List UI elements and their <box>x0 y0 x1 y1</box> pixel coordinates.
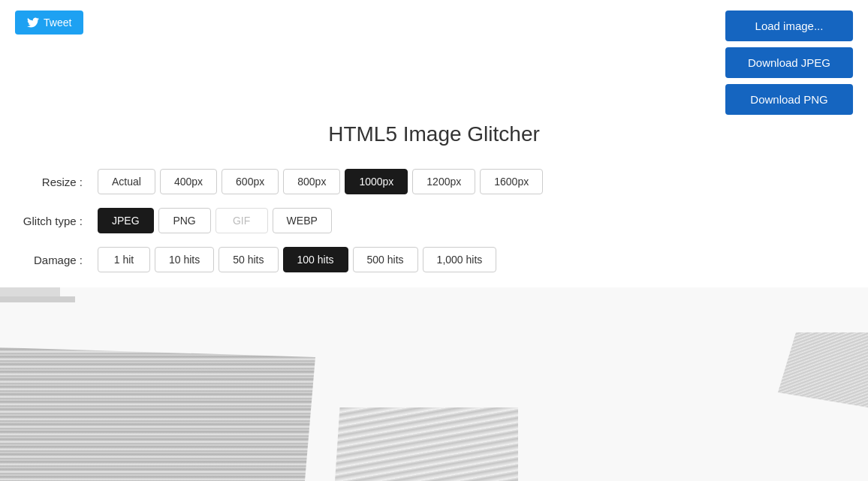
page-title: HTML5 Image Glitcher <box>0 122 868 146</box>
resize-400px[interactable]: 400px <box>160 169 217 194</box>
glitch-type-row: Glitch type : JPEG PNG GIF WEBP <box>23 208 845 233</box>
resize-1600px[interactable]: 1600px <box>480 169 543 194</box>
glitch-image-container <box>0 287 868 481</box>
controls-panel: Resize : Actual 400px 600px 800px 1000px… <box>0 169 868 272</box>
damage-btn-group: 1 hit 10 hits 50 hits 100 hits 500 hits … <box>98 247 496 272</box>
tweet-button[interactable]: Tweet <box>15 11 83 35</box>
top-bar: Tweet Load image... Download JPEG Downlo… <box>0 0 868 115</box>
resize-1200px[interactable]: 1200px <box>412 169 475 194</box>
glitch-stripe-1 <box>0 287 60 296</box>
damage-label: Damage : <box>23 254 90 266</box>
resize-row: Resize : Actual 400px 600px 800px 1000px… <box>23 169 845 194</box>
damage-1hit[interactable]: 1 hit <box>98 247 150 272</box>
glitch-jpeg[interactable]: JPEG <box>98 208 154 233</box>
resize-800px[interactable]: 800px <box>283 169 340 194</box>
glitch-fragment-mid <box>330 407 518 481</box>
glitch-fragment-top-right <box>778 332 868 407</box>
resize-btn-group: Actual 400px 600px 800px 1000px 1200px 1… <box>98 169 543 194</box>
right-buttons: Load image... Download JPEG Download PNG <box>725 11 853 115</box>
damage-10hits[interactable]: 10 hits <box>155 247 214 272</box>
damage-100hits[interactable]: 100 hits <box>283 247 348 272</box>
glitch-type-btn-group: JPEG PNG GIF WEBP <box>98 208 332 233</box>
download-jpeg-button[interactable]: Download JPEG <box>725 47 853 78</box>
damage-1000hits[interactable]: 1,000 hits <box>423 247 497 272</box>
twitter-icon <box>27 17 39 29</box>
glitch-png[interactable]: PNG <box>158 208 211 233</box>
glitch-stripe-2 <box>0 296 75 302</box>
resize-1000px[interactable]: 1000px <box>345 169 408 194</box>
resize-label: Resize : <box>23 176 90 188</box>
load-image-button[interactable]: Load image... <box>725 11 853 41</box>
damage-row: Damage : 1 hit 10 hits 50 hits 100 hits … <box>23 247 845 272</box>
glitch-fragment-left <box>0 347 315 481</box>
damage-50hits[interactable]: 50 hits <box>219 247 278 272</box>
resize-actual[interactable]: Actual <box>98 169 155 194</box>
glitch-type-label: Glitch type : <box>23 215 90 227</box>
glitch-webp[interactable]: WEBP <box>273 208 332 233</box>
tweet-label: Tweet <box>44 17 71 29</box>
download-png-button[interactable]: Download PNG <box>725 84 853 115</box>
damage-500hits[interactable]: 500 hits <box>353 247 418 272</box>
resize-600px[interactable]: 600px <box>222 169 279 194</box>
glitch-gif: GIF <box>215 208 268 233</box>
canvas-area <box>0 287 868 481</box>
